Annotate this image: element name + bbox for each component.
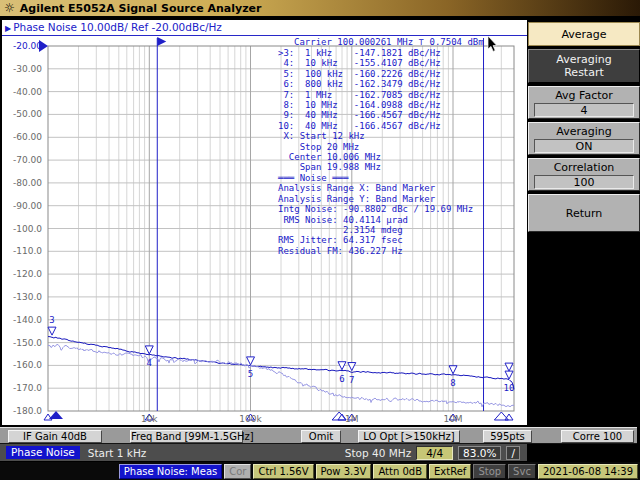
svg-text:-140.0: -140.0 — [13, 315, 42, 325]
svg-text:1M: 1M — [345, 414, 359, 424]
sun-icon: ☼ — [4, 2, 15, 14]
correlation-value: 100 — [534, 175, 634, 189]
svg-text:-180.0: -180.0 — [13, 406, 42, 416]
trace-header-label: Phase Noise 10.00dB/ Ref -20.00dBc/Hz — [13, 21, 222, 33]
svg-text:4: 4 — [147, 358, 152, 368]
svg-text:-80.00: -80.00 — [13, 178, 42, 188]
setup-softkey-bar: IF Gain 40dBFreq Band [99M-1.5GHz]OmitLO… — [0, 427, 637, 444]
svg-text:-30.00: -30.00 — [13, 64, 42, 74]
status-ctrl-1-56v: Ctrl 1.56V — [253, 464, 313, 479]
instrument-screen: ☼ Agilent E5052A Signal Source Analyzer … — [0, 0, 640, 480]
averaging-state-value: ON — [534, 139, 634, 153]
status-stop: Stop — [473, 464, 506, 479]
status-phase-noise-meas: Phase Noise: Meas — [119, 464, 222, 479]
svg-text:3: 3 — [49, 315, 54, 325]
svg-text:10M: 10M — [443, 414, 462, 424]
mouse-cursor-icon — [487, 36, 499, 53]
status-attn-0db: Attn 0dB — [373, 464, 427, 479]
correlation-label: Correlation — [554, 161, 615, 174]
status-cor: Cor — [224, 464, 251, 479]
return-button[interactable]: Return — [528, 194, 640, 232]
svg-text:-70.00: -70.00 — [13, 155, 42, 165]
averaging-toggle-button[interactable]: Averaging ON — [528, 122, 640, 155]
svg-text:6: 6 — [339, 374, 344, 384]
avg-factor-label: Avg Factor — [555, 89, 613, 102]
softkey-sidebar: Average Averaging Restart Avg Factor 4 A… — [528, 22, 640, 232]
svg-text:-150.0: -150.0 — [13, 338, 42, 348]
progress-percent: 83.0% — [458, 446, 501, 460]
status-2021-06-08-14-39: 2021-06-08 14:39 — [538, 464, 638, 479]
avg-factor-button[interactable]: Avg Factor 4 — [528, 86, 640, 119]
svg-text:10: 10 — [504, 383, 515, 393]
svg-text:5: 5 — [248, 369, 253, 379]
measure-bar: Phase Noise Start 1 kHz Stop 40 MHz 4/4 … — [0, 444, 527, 461]
averaging-restart-line1: Averaging — [556, 53, 611, 66]
svg-text:-130.0: -130.0 — [13, 292, 42, 302]
softkey-595pts[interactable]: 595pts — [483, 430, 532, 443]
svg-text:-160.0: -160.0 — [13, 360, 42, 370]
averaging-restart-line2: Restart — [564, 66, 604, 79]
sweep-status-cluster: Stop 40 MHz 4/4 83.0% / — [345, 446, 520, 460]
trace-select-chip[interactable]: Phase Noise — [6, 446, 80, 459]
svg-text:7: 7 — [349, 375, 354, 385]
svg-text:10k: 10k — [141, 414, 158, 424]
svg-text:-120.0: -120.0 — [13, 269, 42, 279]
svg-text:-100.0: -100.0 — [13, 224, 42, 234]
carrier-readout: Carrier 100.000261 MHz ⊤ 0.7504 dBm — [294, 37, 484, 47]
softkey-lo-opt-150khz[interactable]: LO Opt [>150kHz] — [358, 430, 460, 443]
svg-text:-170.0: -170.0 — [13, 383, 42, 393]
average-count-badge: 4/4 — [416, 446, 453, 460]
status-pow-3-3v: Pow 3.3V — [316, 464, 372, 479]
correlation-button[interactable]: Correlation 100 — [528, 158, 640, 191]
marker-readout: >3: 1 kHz -147.1821 dBc/Hz 4: 10 kHz -15… — [278, 48, 473, 256]
sidebar-title: Average — [528, 22, 640, 46]
instrument-status-bar: Phase Noise: MeasCorCtrl 1.56VPow 3.3VAt… — [0, 462, 640, 480]
return-label: Return — [566, 207, 603, 220]
trace-select-arrow-icon: ▶ — [5, 24, 11, 33]
avg-factor-value: 4 — [534, 103, 634, 117]
window-titlebar: ☼ Agilent E5052A Signal Source Analyzer — [0, 0, 640, 16]
softkey-if-gain-40db[interactable]: IF Gain 40dB — [8, 430, 102, 443]
svg-text:-60.00: -60.00 — [13, 132, 42, 142]
sweep-stop-label: Stop 40 MHz — [345, 447, 411, 459]
trace-header[interactable]: ▶Phase Noise 10.00dB/ Ref -20.00dBc/Hz — [2, 20, 527, 36]
sweep-start-label: Start 1 kHz — [88, 447, 147, 459]
sweep-spinner: / — [506, 446, 520, 460]
graph-panel: 34567810-20.00-30.00-40.00-50.00-60.00-7… — [2, 20, 527, 425]
svg-text:-110.0: -110.0 — [13, 246, 42, 256]
svg-text:100k: 100k — [239, 414, 262, 424]
status-svc: Svc — [508, 464, 536, 479]
svg-text:-50.00: -50.00 — [13, 109, 42, 119]
svg-text:-90.00: -90.00 — [13, 201, 42, 211]
status-extref: ExtRef — [429, 464, 471, 479]
svg-text:-20.00: -20.00 — [13, 41, 42, 51]
svg-text:8: 8 — [450, 378, 455, 388]
averaging-restart-button[interactable]: Averaging Restart — [528, 49, 640, 83]
softkey-freq-band-99m-1-5ghz[interactable]: Freq Band [99M-1.5GHz] — [130, 430, 243, 443]
softkey-omit[interactable]: Omit — [301, 430, 341, 443]
window-title: Agilent E5052A Signal Source Analyzer — [20, 2, 262, 15]
averaging-label: Averaging — [556, 125, 611, 138]
softkey-corre-100[interactable]: Corre 100 — [561, 430, 634, 443]
svg-text:-40.00: -40.00 — [13, 87, 42, 97]
